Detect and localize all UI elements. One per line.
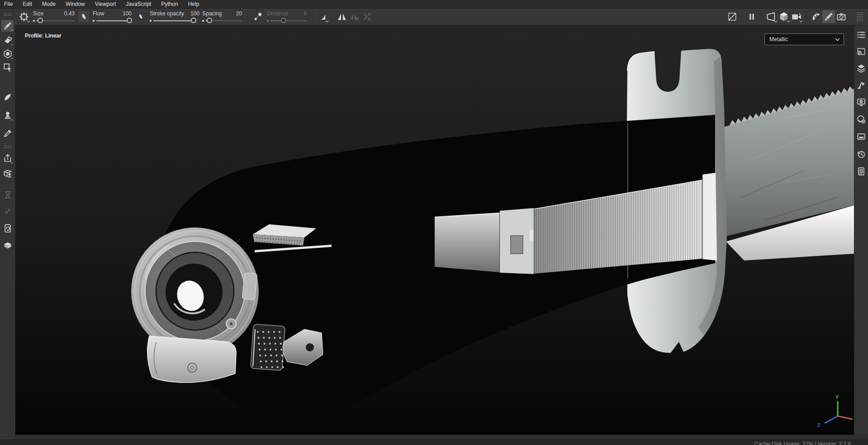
view-3d-button[interactable] [778, 10, 790, 23]
menu-mode[interactable]: Mode [37, 0, 61, 8]
toolbar-separator [742, 10, 742, 23]
chevron-down-icon [10, 29, 14, 31]
reproject-button [361, 10, 374, 23]
status-bar: Cache Disk Usage: 37% | Version: 2.2.0 [0, 440, 868, 445]
camera-mode-button[interactable] [790, 10, 803, 23]
tool-paint[interactable] [1, 20, 14, 32]
panel-history[interactable] [855, 148, 868, 160]
smudge-icon [3, 92, 13, 102]
slider-fill [96, 20, 129, 21]
spacing-value[interactable]: 20 [236, 11, 242, 16]
model-knurled-button [251, 324, 285, 371]
toolbar-separator [851, 10, 851, 23]
viewport-3d-canvas[interactable]: Y X Z Profile: Linear Metallic [15, 25, 854, 435]
flow-control: Flow 100 [93, 8, 132, 25]
chevron-down-icon [27, 20, 30, 23]
distance-value: 8 [304, 11, 307, 16]
monitor-gear-icon [856, 97, 866, 107]
symmetry-button[interactable] [336, 10, 348, 23]
painting-mode-button[interactable] [822, 10, 835, 23]
falloff-curve-button[interactable] [316, 10, 329, 23]
spacing-slider[interactable] [206, 19, 242, 22]
spacing-label: Spacing [202, 11, 222, 16]
brush-preset-splat-icon[interactable] [18, 10, 30, 23]
stroke-squiggle-icon [856, 80, 866, 90]
menu-viewport[interactable]: Viewport [90, 0, 121, 8]
tool-clone[interactable] [1, 109, 14, 121]
chevron-down-icon [799, 20, 803, 23]
slider-handle[interactable] [38, 18, 43, 23]
no-selection-button[interactable] [726, 10, 739, 23]
panel-texture-set-list[interactable] [855, 29, 868, 41]
export-button[interactable] [1, 152, 14, 164]
resources-updater-button[interactable] [1, 222, 14, 234]
slider-fill [153, 20, 194, 21]
tool-material-picker[interactable] [1, 128, 14, 139]
menu-edit[interactable]: Edit [18, 0, 37, 8]
slider-handle[interactable] [127, 18, 132, 23]
brush-falloff-button[interactable] [77, 10, 90, 23]
slider-handle [281, 18, 286, 23]
tool-polygon-fill[interactable] [1, 62, 14, 73]
tools-dock [0, 8, 15, 440]
document-refresh-icon [3, 223, 13, 233]
cross-arrows-icon [362, 11, 373, 22]
panel-layers[interactable] [855, 62, 868, 74]
chevron-down-icon [774, 20, 778, 23]
mirror-gear-icon [349, 11, 360, 22]
stroke-opacity-value[interactable]: 100 [190, 11, 199, 16]
panel-brush-properties[interactable] [855, 79, 868, 91]
slider-handle[interactable] [191, 18, 196, 23]
flow-value[interactable]: 100 [123, 11, 132, 16]
panel-texture-set-settings[interactable] [855, 46, 868, 57]
menu-python[interactable]: Python [156, 0, 183, 8]
channel-select-dropdown[interactable]: Metallic [764, 33, 844, 45]
size-slider[interactable] [37, 19, 75, 22]
chevron-down-icon [325, 20, 329, 23]
box-person-icon [3, 169, 13, 179]
panel-log[interactable] [855, 166, 868, 177]
slider-handle[interactable] [207, 18, 212, 23]
lazy-mouse-icon-button[interactable] [251, 10, 264, 23]
menu-window[interactable]: Window [61, 0, 90, 8]
croissant-stroke-icon [811, 11, 821, 22]
menu-help[interactable]: Help [183, 0, 204, 8]
hourglass-icon [3, 190, 13, 200]
spacing-control: Spacing 20 [202, 8, 242, 25]
dock-divider [2, 185, 13, 185]
size-value[interactable]: 0.43 [64, 11, 75, 16]
distance-label: Distance [267, 11, 288, 16]
size-label: Size [33, 11, 43, 16]
tool-smudge[interactable] [1, 91, 14, 103]
distance-control: Distance 8 [267, 8, 307, 25]
rendering-mode-button[interactable] [835, 10, 848, 23]
mirror-icon [337, 11, 347, 22]
tool-projection[interactable] [1, 48, 14, 60]
flow-label: Flow [93, 11, 104, 16]
chevron-down-icon [835, 38, 840, 41]
dock-drag-grip[interactable] [4, 145, 12, 149]
panels-dock [854, 25, 868, 435]
pause-engine-button[interactable] [745, 10, 758, 23]
dock-drag-grip[interactable] [4, 13, 12, 17]
camera-projection-button[interactable] [765, 10, 778, 23]
panel-shader-settings[interactable] [855, 114, 868, 125]
menu-file[interactable]: File [0, 0, 18, 8]
tool-eraser[interactable] [1, 34, 14, 46]
distance-slider [270, 19, 307, 22]
flow-falloff-icon-button[interactable] [134, 10, 147, 23]
panel-dock-tray[interactable] [855, 131, 868, 142]
model-base-plate [147, 336, 236, 383]
lazy-mouse-icon [252, 11, 263, 22]
expand-button [1, 205, 14, 217]
croissant-stroke-button[interactable] [810, 10, 822, 23]
shelf-box-button[interactable] [1, 240, 14, 251]
color-profile-label: Profile: Linear [25, 33, 62, 39]
flow-slider[interactable] [96, 19, 132, 22]
panel-display-settings[interactable] [855, 96, 868, 108]
eyedropper-icon [3, 128, 13, 138]
toolbar-drag-grip[interactable] [856, 12, 863, 22]
stroke-opacity-slider[interactable] [153, 19, 197, 22]
assets-shelf-button[interactable] [1, 168, 14, 180]
menu-javascript[interactable]: JavaScript [121, 0, 156, 8]
